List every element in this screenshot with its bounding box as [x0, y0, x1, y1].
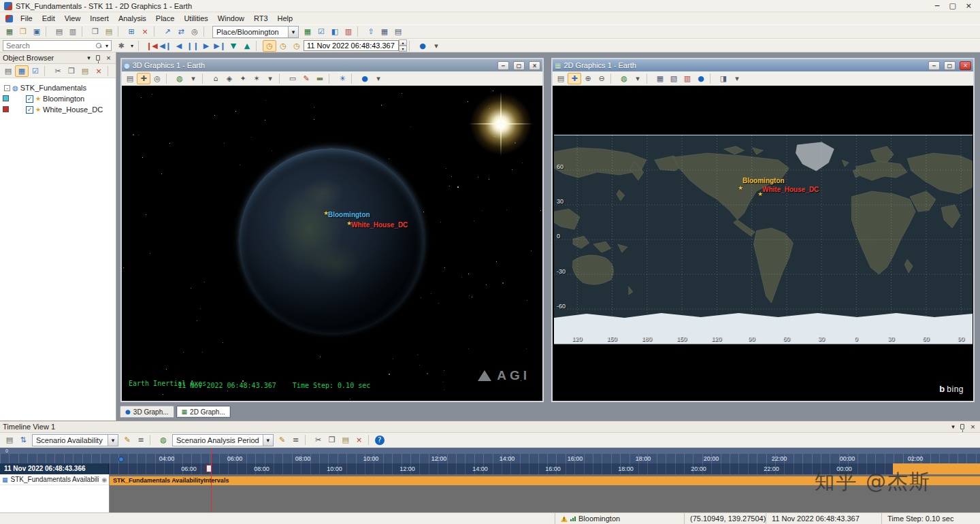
pencil-icon[interactable]: ✎	[299, 73, 313, 84]
view-properties-icon[interactable]: ▤	[123, 73, 137, 84]
globe-view-icon[interactable]: ◍	[617, 73, 631, 84]
chevron-down-icon[interactable]: ▾	[263, 435, 273, 446]
minimize-button[interactable]: ─	[497, 61, 509, 70]
dropdown-icon[interactable]: ▾	[631, 73, 644, 84]
menu-item[interactable]: RT3	[249, 12, 273, 24]
terrain-image-icon[interactable]: ▦	[3, 26, 16, 37]
menu-item[interactable]: File	[16, 12, 37, 24]
prev-view-icon[interactable]: ✦	[236, 73, 250, 84]
row-handle-icon[interactable]: ◉	[101, 476, 107, 483]
dropdown-icon[interactable]: ▾	[186, 73, 200, 84]
window-3d-titlebar[interactable]: ● 3D Graphics 1 - Earth ─ ▢ ×	[122, 59, 542, 71]
play-forward-icon[interactable]: ▶	[199, 40, 213, 52]
node-checkbox[interactable]: ✓	[26, 95, 33, 103]
timeline-scroll-thumb[interactable]	[118, 457, 124, 462]
menu-item[interactable]: Place	[151, 12, 180, 24]
chart-icon[interactable]: ▥	[681, 73, 694, 84]
zoom-in-icon[interactable]: ⊕	[581, 73, 595, 84]
delete-object-icon[interactable]: ×	[138, 26, 152, 37]
globe-view-icon[interactable]: ◍	[173, 73, 186, 84]
tab-2d-graphics[interactable]: ▦ 2D Graph...	[176, 406, 231, 418]
filter-objects-icon[interactable]: ▦	[15, 65, 29, 77]
tab-3d-graphics[interactable]: ● 3D Graph...	[120, 406, 174, 418]
map-layers-icon[interactable]: ◧	[328, 26, 342, 37]
image-overlay-icon[interactable]: ▧	[667, 73, 681, 84]
report-icon[interactable]: ▤	[52, 26, 66, 37]
map-grid-icon[interactable]: ▦	[301, 26, 314, 37]
open-scenario-icon[interactable]: ❒	[16, 26, 30, 37]
pin-icon[interactable]	[960, 424, 964, 429]
current-time-field[interactable]	[304, 40, 399, 51]
copy-icon[interactable]: ❒	[65, 65, 78, 77]
stored-views-icon[interactable]: ✶	[250, 73, 263, 84]
chevron-down-icon[interactable]: ▾	[288, 27, 298, 37]
object-list-icon[interactable]: ▤	[1, 65, 15, 77]
tree-node[interactable]: ✓ ★ White_House_DC	[0, 104, 116, 115]
menu-item[interactable]: View	[60, 12, 86, 24]
place-marker-bloomington[interactable]: ★	[738, 184, 743, 191]
gear-icon[interactable]: ✱	[114, 40, 128, 52]
dropdown-icon[interactable]: ▾	[429, 40, 443, 52]
view-from-to-icon[interactable]: ◈	[223, 73, 236, 84]
target-icon[interactable]: ◎	[188, 26, 201, 37]
sort-rows-icon[interactable]: ⇅	[16, 434, 30, 446]
legend-icon[interactable]: ≡	[134, 434, 148, 446]
object-selector-combo[interactable]: Place/Bloomington ▾	[212, 26, 299, 38]
globe-blue-icon[interactable]: ●	[358, 73, 372, 84]
network-icon[interactable]: ✳	[336, 73, 349, 84]
map-check-icon[interactable]: ☑	[314, 26, 328, 37]
world-map[interactable]: 60300-30-60 1201501801501209060300306090…	[554, 135, 973, 344]
graph-icon[interactable]: ▥	[66, 26, 80, 37]
edit-icon[interactable]: ✎	[120, 434, 134, 446]
spin-up-icon[interactable]: ▴	[399, 39, 407, 46]
legend-icon[interactable]: ≡	[289, 434, 303, 446]
delete-icon[interactable]: ×	[92, 65, 105, 77]
search-box[interactable]: ▾	[3, 40, 112, 51]
copy-icon[interactable]: ❒	[325, 434, 339, 446]
delete-icon[interactable]: ×	[353, 434, 366, 446]
globe-blue-icon[interactable]: ●	[694, 73, 708, 84]
viewport-3d[interactable]: ★ Bloomington ★ White_House_DC Earth Ine…	[122, 86, 542, 401]
track-row[interactable]: ▦ STK_Fundamentals Availability ◉	[0, 474, 109, 485]
insert-object-icon[interactable]: ⊞	[125, 26, 138, 37]
tree-root[interactable]: - ◍ STK_Fundamentals	[0, 82, 116, 93]
zoom-icon[interactable]: ◎	[150, 73, 164, 84]
search-options-icon[interactable]: ▾	[103, 40, 111, 52]
arrow-pair-icon[interactable]: ⇄	[174, 26, 188, 37]
close-button[interactable]: ×	[966, 1, 972, 11]
timeline-grid-icon[interactable]: ▤	[3, 434, 16, 446]
paste-icon[interactable]: ▤	[78, 65, 92, 77]
decrease-step-icon[interactable]: ▼	[227, 40, 240, 52]
gear-dropdown-icon[interactable]: ▾	[128, 40, 136, 52]
collapse-icon[interactable]: -	[4, 85, 10, 91]
pause-icon[interactable]: ❙❙	[186, 40, 199, 52]
home-view-icon[interactable]: ⌂	[209, 73, 223, 84]
edit-icon[interactable]: ✎	[276, 434, 289, 446]
clock-step-icon[interactable]: ◷	[276, 40, 290, 52]
menu-item[interactable]: Analysis	[114, 12, 151, 24]
time-spinner[interactable]: ▴ ▾	[399, 40, 407, 51]
close-button[interactable]: ×	[529, 61, 540, 70]
step-back-icon[interactable]: ◀❙	[159, 40, 172, 52]
menu-item[interactable]: Utilities	[179, 12, 212, 24]
minimize-button[interactable]: ─	[935, 1, 940, 11]
menu-item[interactable]: Window	[213, 12, 249, 24]
step-forward-icon[interactable]: ▶❙	[213, 40, 227, 52]
tree-node[interactable]: ✓ ★ Bloomington	[0, 93, 116, 104]
menu-item[interactable]: Insert	[85, 12, 114, 24]
dropdown-icon[interactable]: ▾	[372, 73, 385, 84]
close-button[interactable]: ×	[960, 61, 971, 70]
help-icon[interactable]: ?	[375, 436, 385, 445]
maximize-button[interactable]: ▢	[949, 1, 956, 11]
analysis-period-combo[interactable]: Scenario Analysis Period ▾	[172, 434, 274, 446]
measure-icon[interactable]: ▭	[286, 73, 299, 84]
timeline-ruler-top[interactable]: 04:0006:0008:0010:0012:0014:0016:0018:00…	[0, 454, 980, 463]
save-icon[interactable]: ▣	[30, 26, 44, 37]
paste-icon[interactable]: ▤	[102, 26, 116, 37]
search-input[interactable]	[6, 42, 95, 50]
reset-to-start-icon[interactable]: ❙◀	[145, 40, 159, 52]
panel-close-icon[interactable]: ×	[104, 54, 113, 61]
copy-icon[interactable]: ❒	[88, 26, 102, 37]
minimize-button[interactable]: ─	[928, 61, 940, 70]
show-checked-icon[interactable]: ☑	[29, 65, 42, 77]
